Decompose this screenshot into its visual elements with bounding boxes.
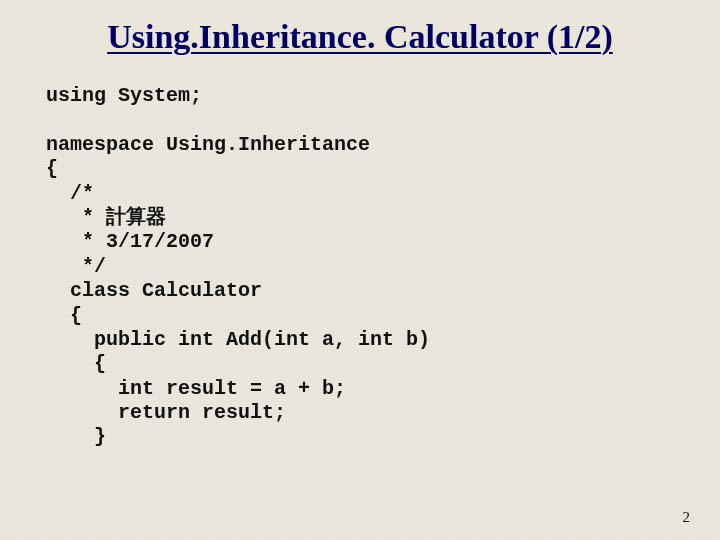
code-block: using System; namespace Using.Inheritanc… (0, 56, 720, 450)
code-line: } (46, 425, 106, 448)
code-line: { (46, 352, 106, 375)
code-line: return result; (46, 401, 286, 424)
code-line: { (46, 304, 82, 327)
code-line: * 計算器 (46, 206, 166, 229)
code-line: */ (46, 255, 106, 278)
code-line: namespace Using.Inheritance (46, 133, 370, 156)
code-line: * 3/17/2007 (46, 230, 214, 253)
slide-title: Using.Inheritance. Calculator (1/2) (0, 0, 720, 56)
code-line: public int Add(int a, int b) (46, 328, 430, 351)
code-line: /* (46, 182, 94, 205)
code-line: int result = a + b; (46, 377, 346, 400)
page-number: 2 (683, 509, 691, 526)
code-line: class Calculator (46, 279, 262, 302)
code-line: using System; (46, 84, 202, 107)
code-line: { (46, 157, 58, 180)
